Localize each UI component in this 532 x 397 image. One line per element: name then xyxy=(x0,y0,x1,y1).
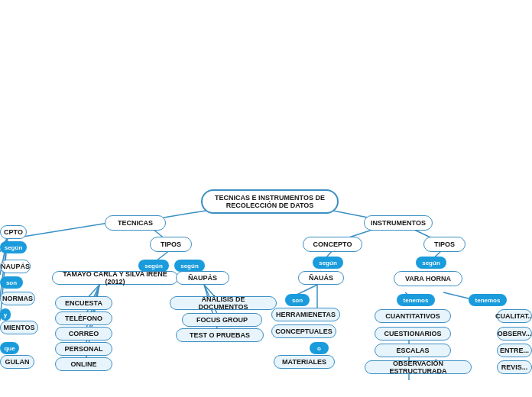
main-title-node: TECNICAS E INSTRUMENTOS DE RECOLECCIÓN D… xyxy=(201,189,339,214)
segun-2-node: según xyxy=(174,260,205,272)
y-left-node: y xyxy=(0,308,11,321)
analisis-node: ANÁLISIS DE DOCUMENTOS xyxy=(170,296,277,310)
tipos-left-node: TIPOS xyxy=(150,237,192,252)
observ-node: OBSERV... xyxy=(497,327,532,341)
segun-left-node: según xyxy=(0,241,27,253)
naupas-right-node: ÑAUÁS xyxy=(298,271,344,285)
materiales-node: MATERIALES xyxy=(274,355,335,369)
son-1-node: son xyxy=(285,294,310,306)
segun-3-node: según xyxy=(313,257,343,269)
herramienetas-node: HERRAMIENETAS xyxy=(271,308,340,321)
test-node: TEST O PRUEBAS xyxy=(176,328,264,342)
telefono-node: TELÉFONO xyxy=(55,311,112,325)
que-node: que xyxy=(0,342,19,354)
o-connector-node: o xyxy=(310,342,329,354)
correo-node: CORREO xyxy=(55,327,112,341)
mientos-node: MIENTOS xyxy=(0,321,38,334)
entre-node: ENTRE... xyxy=(497,344,532,357)
tenemos-2-node: tenemos xyxy=(469,294,507,306)
online-node: ONLINE xyxy=(55,357,112,371)
encuesta-node: ENCUESTA xyxy=(55,296,112,310)
revisi-node: REVIS... xyxy=(497,360,532,374)
vara-horna-node: VARA HORNA xyxy=(394,271,462,286)
cualitativos-node: CUALITAT... xyxy=(497,309,532,323)
concepto-left-node: CPTO xyxy=(0,225,27,239)
tenemos-1-node: tenemos xyxy=(397,294,435,306)
cuestionarios-node: CUESTIONARIOS xyxy=(375,327,451,341)
svg-line-3 xyxy=(23,222,113,237)
escalas-node: ESCALAS xyxy=(375,344,451,357)
conceptuales-node: CONCEPTUALES xyxy=(271,324,336,338)
focus-group-node: FOCUS GROUP xyxy=(182,313,262,327)
son-left-node: son xyxy=(0,276,23,289)
instrumentos-node: INSTRUMENTOS xyxy=(364,215,433,231)
main-title-label: TECNICAS E INSTRUMENTOS DE RECOLECCIÓN D… xyxy=(215,194,325,209)
tamayo-node: TAMAYO CARLA Y SILVA IRENE (2012) xyxy=(52,271,178,285)
personal-node: PERSONAL xyxy=(55,342,112,356)
naupas-left-node: ÑAUPÁS xyxy=(176,271,229,285)
cuantitativos-node: CUANTITATIVOS xyxy=(375,309,451,323)
concepto-node: CONCEPTO xyxy=(303,237,362,252)
segun-4-node: según xyxy=(416,257,446,269)
tecnicas-node: TECNICAS xyxy=(105,215,166,231)
gulan-node: GULAN xyxy=(0,355,34,369)
naupas-far-left-node: ÑAUPÁS xyxy=(0,260,31,273)
observacion-node: OBSERVACIÓN ESTRUCTURADA xyxy=(365,360,472,374)
normas-node: NORMAS xyxy=(0,292,35,305)
tipos-right-node: TIPOS xyxy=(423,237,466,252)
